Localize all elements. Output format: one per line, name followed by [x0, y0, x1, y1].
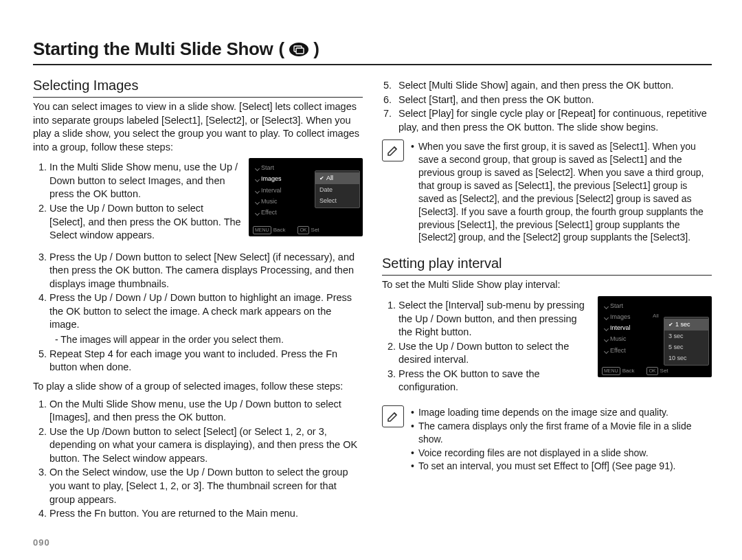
pencil-note-icon — [382, 405, 404, 427]
figure-interval-menu: Start ImagesAll Interval Music Effect 1 … — [598, 296, 712, 377]
sub-note: - The images will appear in the order yo… — [55, 333, 363, 346]
note-text: When you save the first group, it is sav… — [418, 140, 712, 244]
list-item: Use the Up / Down button to select [Sele… — [49, 202, 242, 243]
fig-menu-item: Effect — [256, 207, 297, 218]
fig-sub-item: Select — [315, 195, 359, 206]
page-number: 090 — [33, 537, 50, 548]
fig-back-label: Back — [273, 227, 286, 233]
note-text: To set an interval, you must set Effect … — [418, 460, 676, 473]
title-paren: ( ) — [279, 38, 319, 60]
fig-sub-item: 10 sec — [664, 352, 708, 363]
fig-sub-item: 1 sec — [664, 319, 708, 331]
note-block-save-behavior: When you save the first group, it is sav… — [382, 139, 712, 245]
fig-sub-item: Date — [315, 184, 359, 195]
fig-menu-item: ImagesAll — [605, 311, 646, 322]
left-column: Selecting Images You can select images t… — [33, 76, 363, 526]
fig-menu-item: Start — [256, 162, 297, 173]
list-item: Use the Up / Down button to select the d… — [398, 340, 591, 367]
list-item: On the Select window, use the Up / Down … — [49, 466, 363, 506]
list-item: Select [Multi Slide Show] again, and the… — [398, 79, 712, 93]
fig-ok-btn: OK — [647, 367, 657, 374]
fig-menu-item: Music — [605, 333, 646, 344]
fig-menu-item: Interval — [605, 322, 646, 333]
fig-back-label: Back — [622, 368, 635, 374]
fig-menu-btn: MENU — [253, 226, 271, 234]
list-item: On the Multi Slide Show menu, use the Up… — [49, 398, 363, 425]
list-item: Select the [Interval] sub-menu by pressi… — [398, 299, 591, 339]
list-item-text: Press the Up / Down / Up / Down button t… — [49, 292, 352, 330]
heading-selecting-images: Selecting Images — [33, 76, 363, 98]
collect-steps-rest: Press the Up / Down button to select [Ne… — [33, 251, 363, 374]
page-title-row: Starting the Multi Slide Show ( ) — [33, 38, 712, 65]
interval-intro: To set the Multi Slide Show play interva… — [382, 278, 712, 292]
note-text: Voice recording files are not displayed … — [418, 447, 649, 460]
svg-rect-2 — [296, 48, 304, 54]
collect-steps-start: In the Multi Slide Show menu, use the Up… — [33, 161, 242, 242]
slideshow-icon — [289, 42, 309, 57]
intro-paragraph: You can select images to view in a slide… — [33, 100, 363, 154]
pencil-note-icon — [382, 139, 404, 161]
page-title: Starting the Multi Slide Show — [33, 38, 273, 60]
note-text: Image loading time depends on the image … — [418, 406, 668, 419]
fig-menu-btn: MENU — [602, 367, 620, 374]
list-item: Press the OK button to save the configur… — [398, 368, 591, 394]
note-text: The camera displays only the first frame… — [418, 420, 712, 446]
fig-menu-item: Start — [605, 300, 646, 311]
list-item: Press the Up / Down button to select [Ne… — [49, 251, 363, 291]
play-steps: On the Multi Slide Show menu, use the Up… — [33, 398, 363, 521]
right-column: Select [Multi Slide Show] again, and the… — [382, 76, 712, 526]
list-item: Select [Start], and then press the OK bu… — [398, 93, 712, 107]
fig-menu-item: Images — [256, 173, 297, 184]
fig-set-label: Set — [311, 227, 319, 233]
note-block-interval-tips: Image loading time depends on the image … — [382, 405, 712, 473]
list-item: Use the Up /Down button to select [Selec… — [49, 425, 363, 466]
list-item: Repeat Step 4 for each image you want to… — [49, 348, 363, 374]
figure-images-menu: Start Images Interval Music Effect All D… — [249, 158, 363, 236]
list-item: Select [Play] for single cycle play or [… — [398, 107, 712, 134]
list-item: Press the Up / Down / Up / Down button t… — [49, 291, 363, 346]
fig-menu-item: Music — [256, 196, 297, 207]
fig-sub-item: 3 sec — [664, 331, 708, 341]
list-item: Press the Fn button. You are returned to… — [49, 507, 363, 521]
fig-menu-item: Interval — [256, 185, 297, 196]
play-steps-continued: Select [Multi Slide Show] again, and the… — [382, 79, 712, 134]
interval-steps: Select the [Interval] sub-menu by pressi… — [382, 299, 591, 394]
fig-set-label: Set — [660, 368, 668, 374]
fig-sub-item: 5 sec — [664, 341, 708, 352]
heading-play-interval: Setting play interval — [382, 254, 712, 276]
list-item: In the Multi Slide Show menu, use the Up… — [49, 161, 242, 201]
fig-ok-btn: OK — [297, 226, 308, 234]
play-intro: To play a slide show of a group of selec… — [33, 380, 363, 394]
fig-menu-item: Effect — [605, 345, 646, 356]
fig-sub-item: All — [315, 172, 359, 184]
